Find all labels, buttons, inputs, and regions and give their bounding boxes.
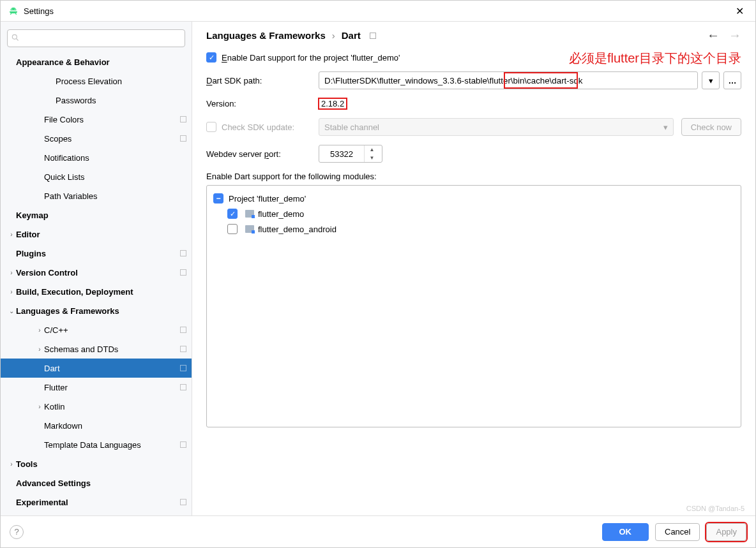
module-checkbox[interactable]: ✓ xyxy=(227,209,238,219)
sidebar-item-c-c-[interactable]: ›C/C++ xyxy=(1,320,192,339)
forward-icon[interactable]: → xyxy=(729,28,741,43)
channel-select: Stable channel ▾ xyxy=(319,118,674,136)
sidebar-item-plugins[interactable]: Plugins xyxy=(1,244,192,263)
sidebar-item-experimental[interactable]: Experimental xyxy=(1,492,192,512)
sidebar-item-quick-lists[interactable]: Quick Lists xyxy=(1,167,192,186)
sdk-path-label: Dart SDK path: xyxy=(206,76,319,85)
check-sdk-update-checkbox xyxy=(206,122,216,132)
project-scope-icon xyxy=(180,346,186,352)
sdk-path-dropdown[interactable]: ▾ xyxy=(702,71,720,89)
sidebar-item-template-data-languages[interactable]: Template Data Languages xyxy=(1,435,192,454)
tree-arrow-icon: › xyxy=(7,269,16,276)
project-checkbox[interactable]: − xyxy=(213,193,223,204)
sidebar-item-markdown[interactable]: Markdown xyxy=(1,416,192,435)
android-studio-icon xyxy=(8,6,19,16)
project-scope-icon xyxy=(180,441,186,448)
window-title: Settings xyxy=(24,6,732,16)
sidebar-item-tools[interactable]: ›Tools xyxy=(1,454,192,473)
sidebar-item-keymap[interactable]: Keymap xyxy=(1,205,192,225)
settings-main: Languages & Frameworks › Dart ← → 必须是flu… xyxy=(192,22,755,515)
sidebar-item-label: File Colors xyxy=(44,115,180,124)
sidebar-item-label: Appearance & Behavior xyxy=(16,57,192,67)
sdk-path-browse-button[interactable]: … xyxy=(723,71,741,89)
sidebar-item-editor[interactable]: ›Editor xyxy=(1,225,192,244)
sidebar-item-label: Markdown xyxy=(44,421,192,431)
sidebar-item-build-execution-deployment[interactable]: ›Build, Execution, Deployment xyxy=(1,282,192,301)
tree-arrow-icon: › xyxy=(7,288,16,295)
tree-arrow-icon: › xyxy=(7,461,16,468)
sidebar-item-label: Path Variables xyxy=(44,191,192,201)
tree-arrow-icon: › xyxy=(35,346,44,353)
settings-sidebar: Appearance & BehaviorProcess ElevationPa… xyxy=(1,22,192,515)
sidebar-item-dart[interactable]: Dart xyxy=(1,359,192,378)
version-label: Version: xyxy=(206,99,319,108)
sidebar-item-label: Flutter xyxy=(44,383,180,392)
module-row[interactable]: flutter_demo_android xyxy=(213,221,734,237)
sidebar-item-path-variables[interactable]: Path Variables xyxy=(1,186,192,205)
module-name: flutter_demo xyxy=(258,209,304,219)
check-sdk-update-label: Check SDK update: xyxy=(222,122,319,132)
module-icon xyxy=(245,210,254,218)
project-scope-icon xyxy=(180,269,186,276)
sidebar-item-label: Kotlin xyxy=(44,402,192,411)
sidebar-item-label: Plugins xyxy=(16,249,180,258)
apply-button[interactable]: Apply xyxy=(706,523,746,541)
search-input[interactable] xyxy=(7,29,185,47)
project-scope-icon xyxy=(180,384,186,390)
sidebar-item-languages-frameworks[interactable]: ⌄Languages & Frameworks xyxy=(1,301,192,320)
stepper-down-icon[interactable]: ▼ xyxy=(365,154,379,162)
sidebar-item-label: Editor xyxy=(16,230,192,239)
sidebar-item-label: Version Control xyxy=(16,268,180,278)
breadcrumb: Languages & Frameworks › Dart xyxy=(206,30,376,41)
sidebar-item-label: Notifications xyxy=(44,153,192,163)
module-name: flutter_demo_android xyxy=(258,225,336,234)
sidebar-item-label: Experimental xyxy=(16,498,180,507)
sidebar-item-notifications[interactable]: Notifications xyxy=(1,148,192,167)
stepper-up-icon[interactable]: ▲ xyxy=(365,145,379,154)
tree-arrow-icon: › xyxy=(35,403,44,410)
breadcrumb-leaf: Dart xyxy=(342,30,361,41)
sidebar-item-label: Passwords xyxy=(56,96,192,105)
sidebar-item-label: Scopes xyxy=(44,134,180,144)
sidebar-item-scopes[interactable]: Scopes xyxy=(1,129,192,148)
annotation-text: 必须是flutter目录下的这个目录 xyxy=(569,50,741,67)
sidebar-item-passwords[interactable]: Passwords xyxy=(1,91,192,110)
sidebar-item-kotlin[interactable]: ›Kotlin xyxy=(1,397,192,416)
sidebar-item-label: Advanced Settings xyxy=(16,478,192,488)
sidebar-item-process-elevation[interactable]: Process Elevation xyxy=(1,71,192,91)
webdev-port-label: Webdev server port: xyxy=(206,149,319,159)
sidebar-item-file-colors[interactable]: File Colors xyxy=(1,110,192,129)
project-scope-icon xyxy=(180,365,186,371)
check-now-button: Check now xyxy=(681,118,741,136)
sidebar-item-label: Schemas and DTDs xyxy=(44,344,180,354)
back-icon[interactable]: ← xyxy=(707,28,720,43)
project-scope-icon xyxy=(180,499,186,505)
sidebar-item-label: Quick Lists xyxy=(44,172,192,182)
sidebar-item-label: Process Elevation xyxy=(56,77,192,86)
sidebar-item-advanced-settings[interactable]: Advanced Settings xyxy=(1,473,192,492)
settings-tree[interactable]: Appearance & BehaviorProcess ElevationPa… xyxy=(1,52,192,515)
enable-dart-label: Enable Dart support for the project 'flu… xyxy=(222,53,400,63)
enable-dart-checkbox[interactable]: ✓ xyxy=(206,52,216,63)
webdev-port-stepper[interactable]: ▲▼ xyxy=(319,145,382,163)
modules-tree[interactable]: − Project 'flutter_demo' ✓flutter_demofl… xyxy=(206,185,741,427)
chevron-down-icon: ▾ xyxy=(663,122,668,132)
module-checkbox[interactable] xyxy=(227,224,238,234)
ok-button[interactable]: OK xyxy=(602,523,649,541)
tree-arrow-icon: › xyxy=(35,327,44,334)
cancel-button[interactable]: Cancel xyxy=(655,523,700,541)
sidebar-item-label: Dart xyxy=(44,364,180,373)
sidebar-item-flutter[interactable]: Flutter xyxy=(1,378,192,397)
sdk-path-input[interactable] xyxy=(319,71,698,89)
module-row[interactable]: ✓flutter_demo xyxy=(213,206,734,221)
sidebar-item-appearance-behavior[interactable]: Appearance & Behavior xyxy=(1,52,192,71)
sidebar-item-version-control[interactable]: ›Version Control xyxy=(1,263,192,282)
project-scope-icon xyxy=(180,116,186,122)
sidebar-item-label: Build, Execution, Deployment xyxy=(16,287,192,297)
help-icon[interactable]: ? xyxy=(10,525,24,539)
sidebar-item-schemas-and-dtds[interactable]: ›Schemas and DTDs xyxy=(1,339,192,359)
webdev-port-input[interactable] xyxy=(319,149,364,159)
close-icon[interactable]: ✕ xyxy=(732,5,748,17)
title-bar: Settings ✕ xyxy=(1,1,755,22)
breadcrumb-parent[interactable]: Languages & Frameworks xyxy=(206,30,326,41)
